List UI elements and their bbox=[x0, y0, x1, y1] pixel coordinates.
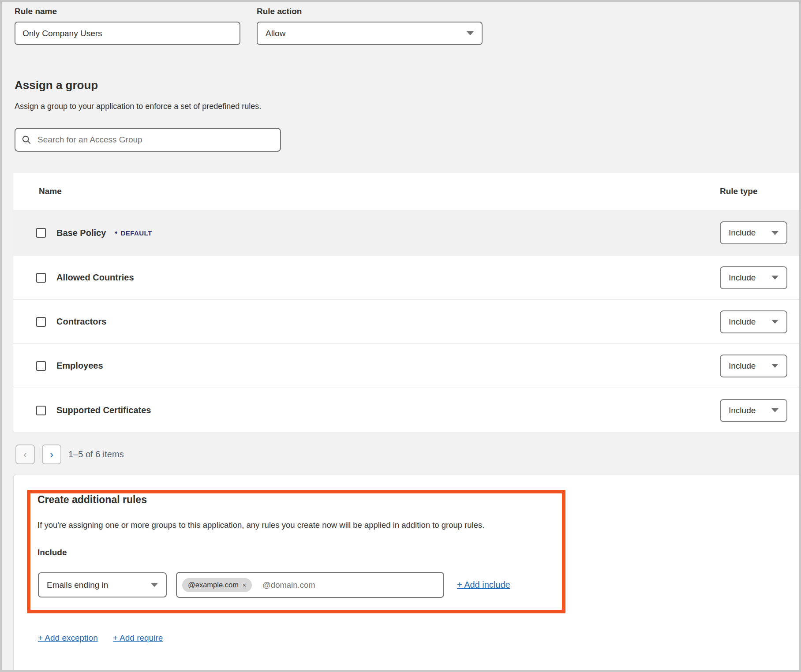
email-domain-input[interactable] bbox=[262, 580, 438, 590]
remove-tag-icon[interactable]: × bbox=[243, 582, 246, 588]
row-checkbox[interactable] bbox=[36, 361, 46, 371]
bullet-icon: • bbox=[115, 229, 117, 237]
previous-page-button[interactable]: ‹ bbox=[15, 444, 35, 464]
chevron-down-icon bbox=[771, 231, 779, 235]
chevron-down-icon bbox=[771, 320, 779, 324]
chevron-down-icon bbox=[467, 31, 474, 35]
group-name: Contractors bbox=[56, 317, 106, 327]
column-header-rule-type: Rule type bbox=[720, 187, 758, 196]
rule-type-select[interactable]: Include bbox=[720, 221, 787, 244]
default-badge: • DEFAULT bbox=[115, 229, 152, 237]
include-rule-row: Emails ending in @example.com × + Add in… bbox=[38, 572, 510, 598]
add-exception-link[interactable]: + Add exception bbox=[38, 633, 98, 643]
table-row: Allowed Countries Include bbox=[13, 256, 801, 299]
create-additional-rules-heading: Create additional rules bbox=[37, 494, 147, 506]
footer-links: + Add exception + Add require bbox=[38, 633, 163, 643]
chevron-right-icon: › bbox=[50, 449, 53, 460]
table-row: Supported Certificates Include bbox=[13, 388, 801, 433]
additional-rules-panel: Create additional rules If you're assign… bbox=[13, 474, 801, 672]
assign-group-heading: Assign a group bbox=[15, 78, 98, 92]
search-icon bbox=[22, 135, 31, 145]
include-label: Include bbox=[37, 548, 67, 557]
group-name: Allowed Countries bbox=[56, 273, 134, 283]
table-header-row: Name Rule type bbox=[13, 173, 801, 210]
table-row: Base Policy • DEFAULT Include bbox=[13, 210, 801, 256]
pagination: ‹ › 1–5 of 6 items bbox=[15, 444, 124, 464]
column-header-name: Name bbox=[39, 187, 62, 196]
rule-action-label: Rule action bbox=[257, 7, 302, 16]
row-checkbox[interactable] bbox=[36, 317, 46, 327]
rule-action-value: Allow bbox=[266, 29, 285, 38]
rule-type-select[interactable]: Include bbox=[720, 355, 787, 377]
row-checkbox[interactable] bbox=[36, 228, 46, 238]
table-row: Employees Include bbox=[13, 343, 801, 388]
assign-group-description: Assign a group to your application to en… bbox=[15, 102, 261, 111]
add-include-link[interactable]: + Add include bbox=[457, 580, 510, 590]
chevron-left-icon: ‹ bbox=[23, 449, 27, 460]
email-domain-tag: @example.com × bbox=[182, 578, 252, 592]
chevron-down-icon bbox=[771, 276, 779, 280]
access-group-search[interactable] bbox=[15, 128, 281, 152]
next-page-button[interactable]: › bbox=[42, 444, 61, 464]
pagination-label: 1–5 of 6 items bbox=[68, 449, 124, 459]
row-checkbox[interactable] bbox=[36, 406, 46, 415]
add-require-link[interactable]: + Add require bbox=[113, 633, 163, 643]
row-checkbox[interactable] bbox=[36, 273, 46, 283]
rule-type-select[interactable]: Include bbox=[720, 399, 787, 422]
rule-name-input[interactable] bbox=[15, 22, 240, 45]
group-name: Base Policy bbox=[56, 228, 106, 238]
group-name: Supported Certificates bbox=[56, 405, 151, 415]
rule-type-select[interactable]: Include bbox=[720, 266, 787, 289]
search-input[interactable] bbox=[37, 134, 274, 145]
rule-condition-select[interactable]: Emails ending in bbox=[38, 572, 167, 597]
access-groups-table: Name Rule type Base Policy • DEFAULT Inc… bbox=[13, 173, 801, 433]
chevron-down-icon bbox=[771, 364, 779, 368]
rule-name-label: Rule name bbox=[15, 7, 57, 16]
rule-type-select[interactable]: Include bbox=[720, 310, 787, 333]
email-domain-tag-input[interactable]: @example.com × bbox=[176, 572, 444, 598]
rule-action-select[interactable]: Allow bbox=[257, 22, 483, 45]
chevron-down-icon bbox=[151, 583, 158, 587]
policy-rule-page: Rule name Rule action Allow Assign a gro… bbox=[0, 0, 801, 672]
table-row: Contractors Include bbox=[13, 299, 801, 343]
chevron-down-icon bbox=[771, 408, 779, 412]
create-additional-rules-description: If you're assigning one or more groups t… bbox=[37, 520, 540, 530]
group-name: Employees bbox=[56, 361, 103, 371]
